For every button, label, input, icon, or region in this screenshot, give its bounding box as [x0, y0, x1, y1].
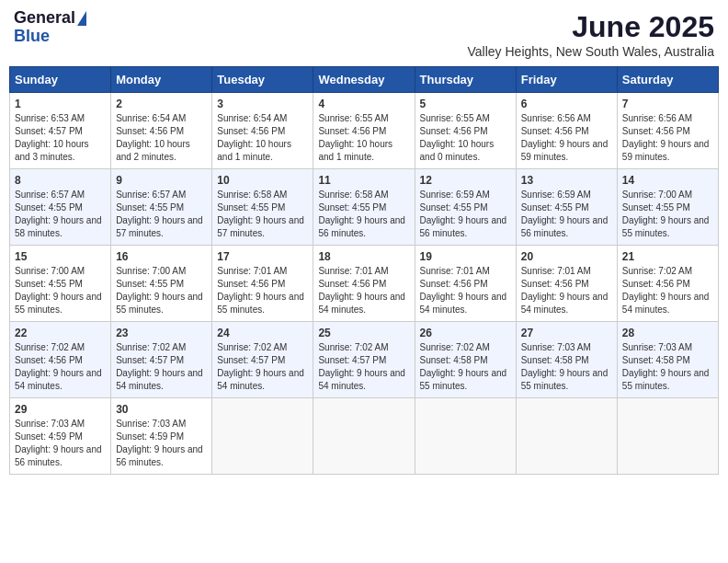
sunrise-label: Sunrise: 7:01 AM — [420, 266, 490, 276]
sunset-label: Sunset: 4:56 PM — [622, 126, 690, 136]
daylight-label: Daylight: 10 hours and 1 minute. — [318, 139, 392, 162]
sunset-label: Sunset: 4:57 PM — [116, 355, 184, 365]
sunrise-label: Sunrise: 7:03 AM — [622, 342, 692, 352]
sunset-label: Sunset: 4:56 PM — [521, 279, 589, 289]
table-row: 19 Sunrise: 7:01 AM Sunset: 4:56 PM Dayl… — [415, 246, 516, 322]
daylight-label: Daylight: 9 hours and 57 minutes. — [217, 215, 304, 238]
sunrise-label: Sunrise: 6:55 AM — [420, 113, 490, 123]
day-number: 21 — [622, 250, 713, 263]
sunrise-label: Sunrise: 7:00 AM — [15, 266, 85, 276]
day-info: Sunrise: 7:00 AM Sunset: 4:55 PM Dayligh… — [116, 265, 207, 316]
day-number: 26 — [420, 327, 511, 339]
sunrise-label: Sunrise: 6:56 AM — [622, 113, 692, 123]
daylight-label: Daylight: 9 hours and 59 minutes. — [521, 139, 609, 162]
day-info: Sunrise: 6:58 AM Sunset: 4:55 PM Dayligh… — [318, 189, 409, 240]
sunset-label: Sunset: 4:55 PM — [15, 202, 83, 213]
table-row: 16 Sunrise: 7:00 AM Sunset: 4:55 PM Dayl… — [111, 246, 212, 322]
sunrise-label: Sunrise: 7:01 AM — [217, 266, 287, 276]
sunset-label: Sunset: 4:56 PM — [217, 279, 285, 289]
col-tuesday: Tuesday — [212, 67, 313, 93]
sunset-label: Sunset: 4:55 PM — [116, 202, 184, 213]
day-number: 30 — [116, 403, 207, 416]
daylight-label: Daylight: 10 hours and 2 minutes. — [116, 139, 190, 162]
daylight-label: Daylight: 9 hours and 54 minutes. — [521, 292, 609, 315]
table-row: 10 Sunrise: 6:58 AM Sunset: 4:55 PM Dayl… — [212, 169, 313, 246]
daylight-label: Daylight: 9 hours and 58 minutes. — [15, 215, 102, 238]
month-year: June 2025 — [468, 9, 714, 44]
sunset-label: Sunset: 4:56 PM — [420, 126, 488, 136]
day-number: 9 — [116, 174, 207, 187]
sunrise-label: Sunrise: 7:02 AM — [622, 266, 692, 276]
daylight-label: Daylight: 9 hours and 54 minutes. — [15, 368, 102, 391]
day-number: 16 — [116, 250, 207, 263]
daylight-label: Daylight: 9 hours and 55 minutes. — [217, 292, 304, 315]
sunrise-label: Sunrise: 6:56 AM — [521, 113, 591, 123]
table-row: 11 Sunrise: 6:58 AM Sunset: 4:55 PM Dayl… — [313, 169, 415, 246]
day-number: 1 — [15, 98, 106, 110]
table-row: 17 Sunrise: 7:01 AM Sunset: 4:56 PM Dayl… — [212, 246, 313, 322]
daylight-label: Daylight: 9 hours and 55 minutes. — [116, 292, 203, 315]
daylight-label: Daylight: 9 hours and 57 minutes. — [116, 215, 203, 238]
day-info: Sunrise: 7:01 AM Sunset: 4:56 PM Dayligh… — [521, 265, 612, 316]
sunrise-label: Sunrise: 6:57 AM — [15, 190, 85, 200]
table-row: 25 Sunrise: 7:02 AM Sunset: 4:57 PM Dayl… — [313, 322, 415, 398]
sunrise-label: Sunrise: 7:02 AM — [318, 342, 388, 352]
table-row — [617, 398, 718, 475]
sunset-label: Sunset: 4:59 PM — [15, 431, 83, 442]
day-number: 28 — [622, 327, 713, 339]
day-info: Sunrise: 7:01 AM Sunset: 4:56 PM Dayligh… — [420, 265, 511, 316]
day-info: Sunrise: 7:03 AM Sunset: 4:59 PM Dayligh… — [116, 418, 207, 469]
day-number: 12 — [420, 174, 511, 187]
daylight-label: Daylight: 10 hours and 0 minutes. — [420, 139, 495, 162]
sunset-label: Sunset: 4:55 PM — [217, 202, 285, 213]
day-number: 6 — [521, 98, 612, 110]
sunset-label: Sunset: 4:56 PM — [116, 126, 184, 136]
week-row-4: 22 Sunrise: 7:02 AM Sunset: 4:56 PM Dayl… — [10, 322, 719, 398]
sunset-label: Sunset: 4:57 PM — [217, 355, 285, 365]
sunrise-label: Sunrise: 6:58 AM — [318, 190, 388, 200]
day-number: 10 — [217, 174, 308, 187]
daylight-label: Daylight: 9 hours and 55 minutes. — [420, 368, 507, 391]
table-row: 21 Sunrise: 7:02 AM Sunset: 4:56 PM Dayl… — [617, 246, 718, 322]
daylight-label: Daylight: 9 hours and 54 minutes. — [116, 368, 203, 391]
page-header: General Blue June 2025 Valley Heights, N… — [9, 9, 719, 59]
table-row: 15 Sunrise: 7:00 AM Sunset: 4:55 PM Dayl… — [10, 246, 111, 322]
table-row: 12 Sunrise: 6:59 AM Sunset: 4:55 PM Dayl… — [415, 169, 516, 246]
daylight-label: Daylight: 9 hours and 55 minutes. — [15, 292, 102, 315]
table-row: 27 Sunrise: 7:03 AM Sunset: 4:58 PM Dayl… — [516, 322, 617, 398]
day-number: 3 — [217, 98, 308, 110]
day-info: Sunrise: 6:54 AM Sunset: 4:56 PM Dayligh… — [116, 112, 207, 164]
daylight-label: Daylight: 9 hours and 55 minutes. — [521, 368, 609, 391]
sunrise-label: Sunrise: 7:02 AM — [116, 342, 186, 352]
day-number: 24 — [217, 327, 308, 339]
daylight-label: Daylight: 9 hours and 54 minutes. — [318, 368, 405, 391]
sunrise-label: Sunrise: 6:54 AM — [116, 113, 186, 123]
daylight-label: Daylight: 9 hours and 54 minutes. — [217, 368, 304, 391]
sunset-label: Sunset: 4:56 PM — [318, 279, 386, 289]
sunset-label: Sunset: 4:55 PM — [318, 202, 386, 213]
day-number: 29 — [15, 403, 106, 416]
table-row — [516, 398, 617, 475]
logo-triangle-icon — [77, 11, 86, 26]
day-info: Sunrise: 6:59 AM Sunset: 4:55 PM Dayligh… — [521, 189, 612, 240]
day-info: Sunrise: 7:00 AM Sunset: 4:55 PM Dayligh… — [15, 265, 106, 316]
sunrise-label: Sunrise: 7:01 AM — [521, 266, 591, 276]
sunset-label: Sunset: 4:55 PM — [116, 279, 184, 289]
table-row: 29 Sunrise: 7:03 AM Sunset: 4:59 PM Dayl… — [10, 398, 111, 475]
week-row-2: 8 Sunrise: 6:57 AM Sunset: 4:55 PM Dayli… — [10, 169, 719, 246]
col-monday: Monday — [111, 67, 212, 93]
day-info: Sunrise: 6:55 AM Sunset: 4:56 PM Dayligh… — [318, 112, 409, 164]
day-info: Sunrise: 7:02 AM Sunset: 4:56 PM Dayligh… — [15, 341, 106, 393]
daylight-label: Daylight: 9 hours and 54 minutes. — [622, 292, 710, 315]
table-row: 8 Sunrise: 6:57 AM Sunset: 4:55 PM Dayli… — [10, 169, 111, 246]
table-row: 3 Sunrise: 6:54 AM Sunset: 4:56 PM Dayli… — [212, 93, 313, 169]
sunset-label: Sunset: 4:56 PM — [622, 279, 690, 289]
sunrise-label: Sunrise: 6:53 AM — [15, 113, 85, 123]
table-row: 2 Sunrise: 6:54 AM Sunset: 4:56 PM Dayli… — [111, 93, 212, 169]
logo-blue-text: Blue — [14, 28, 50, 46]
day-number: 15 — [15, 250, 106, 263]
title-block: June 2025 Valley Heights, New South Wale… — [468, 9, 714, 59]
day-number: 20 — [521, 250, 612, 263]
day-info: Sunrise: 6:54 AM Sunset: 4:56 PM Dayligh… — [217, 112, 308, 164]
logo-general: General — [14, 9, 75, 28]
